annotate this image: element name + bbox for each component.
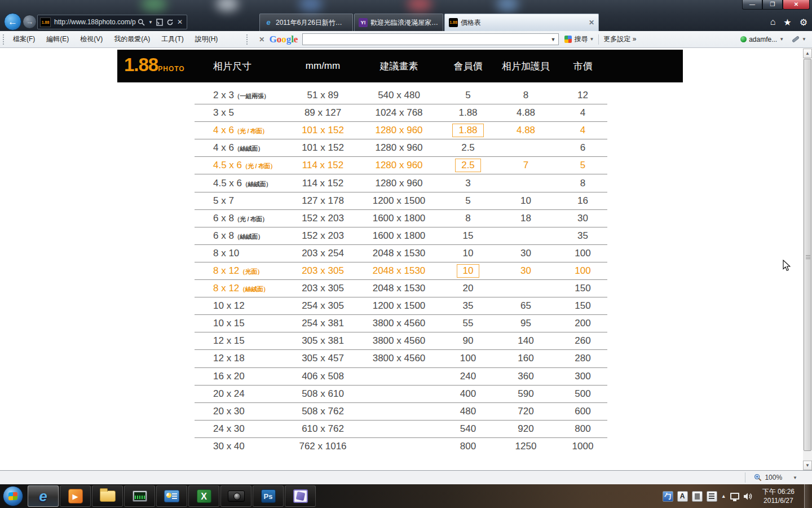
table-row: 6 x 8（絲絨面） 152 x 203 1600 x 1800 15 35	[195, 227, 607, 245]
scrollbar-thumb[interactable]	[804, 59, 811, 451]
taskbar-excel[interactable]: X	[188, 485, 219, 507]
taskbar-clock[interactable]: 下午 06:26 2011/6/27	[757, 487, 800, 505]
ime-toolbar-icon[interactable]	[707, 491, 717, 502]
taskbar-picture-manager[interactable]	[285, 485, 316, 507]
account-username[interactable]: adamfe...	[749, 36, 777, 43]
cell-pixels: 1280 x 960	[355, 178, 443, 189]
cell-size: 4.5 x 6	[213, 178, 242, 189]
taskbar-photoshop[interactable]: Ps	[253, 485, 284, 507]
minimize-button[interactable]: —	[742, 0, 762, 10]
favorites-star-icon[interactable]: ★	[783, 17, 791, 28]
url-text[interactable]: http://www.188photo.com/price.html	[51, 18, 136, 26]
close-button[interactable]: ✕	[783, 0, 810, 10]
cell-pixels: 1200 x 1500	[355, 300, 443, 312]
search-dropdown-icon[interactable]: ▼	[147, 20, 155, 25]
start-button[interactable]	[3, 486, 23, 506]
more-settings-link[interactable]: 更多設定 »	[603, 34, 636, 44]
zoom-control[interactable]: 100% ▼	[740, 472, 812, 483]
back-button[interactable]: ←	[4, 13, 21, 30]
search-icon[interactable]	[136, 19, 147, 26]
account-dropdown-icon[interactable]: ▼	[779, 37, 784, 42]
ime-keyboard-icon[interactable]	[692, 491, 703, 502]
cell-pixels: 1280 x 960	[355, 160, 443, 171]
hidden-icons-arrow[interactable]: ▲	[721, 493, 726, 499]
cell-member-price: 2.5	[461, 142, 475, 153]
clock-time: 下午 06:26	[762, 487, 795, 496]
toolbar-grip[interactable]	[246, 34, 249, 45]
menu-favorites[interactable]: 我的最愛(A)	[108, 32, 156, 46]
cell-size-note: （絲絨面）	[239, 286, 269, 292]
google-toolbar-close-icon[interactable]: ✕	[251, 36, 269, 43]
table-row: 3 x 5 89 x 127 1024 x 768 1.88 4.88 4	[195, 104, 607, 122]
wrench-icon[interactable]	[792, 36, 800, 43]
cell-size: 3 x 5	[213, 107, 234, 118]
wrench-dropdown-icon[interactable]: ▼	[802, 37, 806, 42]
google-search-button[interactable]: 搜尋	[574, 34, 588, 44]
toolbar-grip[interactable]	[2, 34, 5, 45]
google-search-input[interactable]: ▼	[302, 33, 559, 45]
address-bar[interactable]: 1.88 http://www.188photo.com/price.html …	[37, 15, 187, 29]
cell-member-price: 1.88	[452, 124, 483, 137]
menu-view[interactable]: 檢視(V)	[74, 32, 108, 46]
tools-gear-icon[interactable]: ⚙	[800, 17, 807, 28]
browser-tab-2[interactable]: Y! 歡迎光臨浪漫滿屋家具賣場 Ya...	[354, 14, 443, 31]
compatibility-view-icon[interactable]	[155, 19, 165, 26]
cell-lamination-price: 140	[493, 335, 558, 347]
cell-lamination-price: 18	[493, 213, 558, 224]
ime-mode-icon[interactable]: A	[677, 491, 688, 502]
google-logo: Google	[269, 34, 302, 45]
search-options-dropdown-icon[interactable]: ▼	[589, 37, 594, 42]
ime-language-icon[interactable]: 勹	[663, 491, 673, 502]
table-row: 8 x 12（光面） 203 x 305 2048 x 1530 10 30 1…	[195, 262, 607, 280]
desktop-blur-blob	[141, 0, 167, 11]
zoom-level: 100%	[765, 474, 782, 481]
search-history-dropdown-icon[interactable]: ▼	[548, 37, 558, 42]
browser-title-glass: — ❐ ✕ ← → 1.88 http://www.188photo.com/p…	[0, 0, 812, 31]
cell-mm: 203 x 305	[290, 283, 355, 294]
cell-market-price: 200	[558, 318, 607, 329]
forward-button[interactable]: →	[23, 15, 37, 29]
stop-icon[interactable]: ✕	[175, 18, 184, 26]
cell-member-price: 55	[463, 318, 474, 329]
menu-tools[interactable]: 工具(T)	[156, 32, 189, 46]
browser-tab-1[interactable]: e 2011年6月26日新竹縣攝影學...	[259, 14, 353, 31]
cell-lamination-price: 720	[493, 406, 558, 417]
scroll-up-button[interactable]: ▲	[803, 49, 812, 58]
cell-pixels: 1200 x 1500	[355, 195, 443, 207]
taskbar-gadgets[interactable]	[156, 485, 187, 507]
refresh-icon[interactable]	[165, 19, 175, 26]
menu-file[interactable]: 檔案(F)	[7, 32, 41, 46]
taskbar-camera-app[interactable]	[220, 485, 251, 507]
cell-size-note: （一組兩張）	[234, 93, 270, 99]
menu-edit[interactable]: 編輯(E)	[41, 32, 74, 46]
cell-mm: 203 x 254	[290, 248, 355, 259]
cell-pixels: 1024 x 768	[355, 107, 443, 119]
table-row: 12 x 18 305 x 457 3800 x 4560 100 160 28…	[195, 350, 607, 367]
taskbar-media-player[interactable]: ▶	[60, 485, 91, 507]
taskbar-file-explorer[interactable]	[92, 485, 123, 507]
col-member-price: 會員價	[443, 60, 493, 73]
menu-help[interactable]: 說明(H)	[189, 32, 224, 46]
home-icon[interactable]: ⌂	[770, 17, 776, 28]
taskbar-internet-explorer[interactable]: e	[28, 485, 59, 507]
cell-market-price: 100	[558, 265, 607, 277]
cell-mm: 610 x 762	[290, 423, 355, 435]
vertical-scrollbar[interactable]: ▲ ▼	[803, 49, 812, 470]
network-icon[interactable]	[730, 493, 739, 500]
cell-pixels: 3800 x 4560	[355, 335, 443, 347]
cell-lamination-price: 920	[493, 423, 558, 435]
cell-lamination-price: 590	[493, 388, 558, 400]
show-desktop-button[interactable]	[804, 484, 810, 508]
scroll-down-button[interactable]: ▼	[803, 461, 812, 470]
tab-close-icon[interactable]: ✕	[589, 19, 594, 27]
taskbar-resource-monitor[interactable]	[124, 485, 155, 507]
maximize-button[interactable]: ❐	[762, 0, 783, 10]
cell-pixels: 1280 x 960	[355, 142, 443, 154]
table-row: 12 x 15 305 x 381 3800 x 4560 90 140 260	[195, 332, 607, 350]
volume-icon[interactable]	[743, 492, 753, 501]
cell-size: 20 x 30	[213, 406, 245, 417]
zoom-dropdown-icon[interactable]: ▼	[793, 475, 797, 480]
picture-manager-icon	[293, 489, 308, 503]
cell-market-price: 150	[558, 300, 607, 312]
browser-tab-active[interactable]: 1.88 價格表 ✕	[444, 14, 599, 31]
